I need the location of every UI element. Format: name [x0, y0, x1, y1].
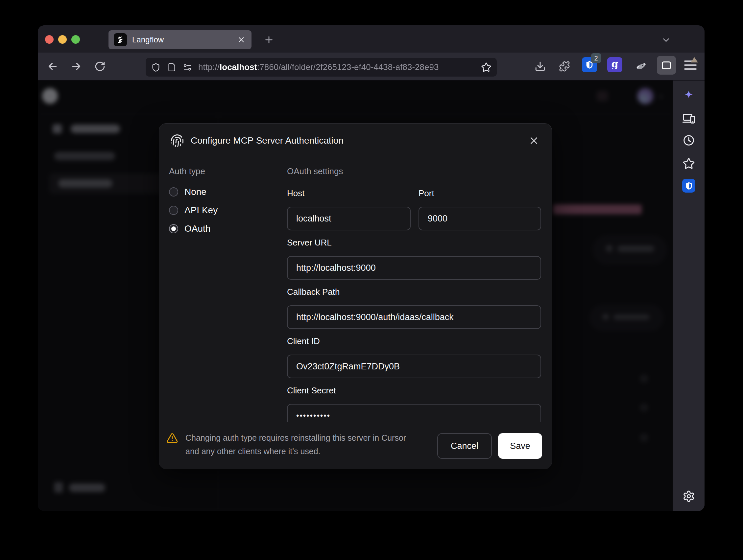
langflow-favicon-icon: [114, 33, 127, 46]
bookmark-star-icon[interactable]: [481, 62, 491, 73]
bitwarden-extension-icon[interactable]: 2: [582, 57, 597, 72]
oauth-settings-heading: OAuth settings: [287, 166, 343, 177]
fingerprint-icon: [170, 134, 184, 148]
privacy-badger-extension-icon[interactable]: [635, 60, 647, 72]
sidebar-toggle-icon: [662, 61, 671, 69]
window-close-button[interactable]: [45, 35, 54, 44]
url-host: localhost: [220, 62, 257, 72]
radio-circle-oauth[interactable]: [169, 224, 178, 233]
callback-path-input[interactable]: [287, 305, 541, 329]
url-path: :7860/all/folder/2f265123-ef40-4438-af83…: [257, 62, 439, 72]
window-minimize-button[interactable]: [58, 35, 67, 44]
port-input[interactable]: [419, 207, 541, 230]
warning-text: Changing auth type requires reinstalling…: [185, 431, 442, 458]
radio-option-oauth[interactable]: OAuth: [169, 222, 210, 235]
tab-title: Langflow: [132, 35, 231, 44]
synced-tabs-icon[interactable]: [682, 112, 695, 125]
extensions-puzzle-icon[interactable]: [559, 60, 570, 72]
radio-option-api-key[interactable]: API Key: [169, 204, 218, 217]
tab-langflow[interactable]: Langflow: [108, 30, 252, 49]
bookmarks-star-icon[interactable]: [682, 157, 695, 170]
url-scheme: http://: [198, 62, 220, 72]
client-id-input[interactable]: [287, 355, 541, 378]
url-bar[interactable]: http://localhost:7860/all/folder/2f26512…: [146, 58, 497, 77]
forward-icon[interactable]: [70, 60, 82, 72]
host-label: Host: [287, 188, 304, 198]
client-id-label: Client ID: [287, 336, 320, 346]
new-tab-button[interactable]: [264, 35, 274, 45]
warning-triangle-icon: [166, 432, 178, 444]
client-secret-label: Client Secret: [287, 385, 336, 396]
radio-option-none[interactable]: None: [169, 185, 207, 198]
radio-label-none: None: [184, 187, 207, 197]
bitwarden-badge: 2: [591, 53, 601, 63]
server-url-input[interactable]: [287, 256, 541, 280]
list-tabs-chevron-icon[interactable]: [661, 35, 671, 45]
tab-close-icon[interactable]: [236, 35, 246, 45]
auth-type-label: Auth type: [169, 166, 205, 177]
reload-icon[interactable]: [94, 60, 106, 72]
firefox-sidebar: [673, 81, 704, 511]
client-secret-input[interactable]: [287, 404, 541, 422]
warning-text-line1: Changing auth type requires reinstalling…: [185, 431, 442, 445]
downloads-icon[interactable]: [534, 60, 546, 72]
dialog-close-icon[interactable]: [527, 134, 540, 147]
configure-mcp-auth-dialog: Configure MCP Server Authentication Auth…: [159, 123, 552, 469]
radio-label-api-key: API Key: [184, 205, 218, 216]
cancel-button[interactable]: Cancel: [437, 433, 492, 459]
grammarly-extension-icon[interactable]: g: [607, 57, 622, 72]
server-url-label: Server URL: [287, 238, 332, 248]
radio-label-oauth: OAuth: [184, 224, 210, 234]
sidebar-toggle-button[interactable]: [657, 56, 676, 75]
column-divider: [276, 158, 276, 422]
warning-text-line2: and any other clients where it's used.: [185, 445, 442, 458]
save-button[interactable]: Save: [498, 433, 542, 459]
update-available-arrow-icon: [691, 57, 698, 62]
dialog-header: Configure MCP Server Authentication: [159, 124, 552, 158]
browser-window: Langflow: [38, 25, 704, 511]
ai-chatbot-sparkle-icon[interactable]: [682, 88, 695, 101]
window-zoom-button[interactable]: [71, 35, 80, 44]
radio-circle-none[interactable]: [169, 187, 178, 196]
permissions-toggles-icon[interactable]: [182, 62, 192, 72]
history-clock-icon[interactable]: [682, 134, 695, 147]
dialog-body: Auth type None API Key OAuth OAuth setti…: [159, 158, 552, 422]
app-menu-icon[interactable]: [683, 58, 698, 73]
radio-circle-api-key[interactable]: [169, 206, 178, 215]
tab-bar: Langflow: [38, 25, 704, 53]
navigation-toolbar: http://localhost:7860/all/folder/2f26512…: [38, 53, 704, 81]
host-input[interactable]: [287, 207, 410, 230]
back-icon[interactable]: [47, 60, 58, 72]
tracking-protection-shield-icon[interactable]: [151, 62, 161, 72]
port-label: Port: [419, 188, 434, 198]
settings-gear-icon[interactable]: [682, 490, 695, 503]
callback-path-label: Callback Path: [287, 287, 340, 297]
page-info-icon[interactable]: [167, 62, 177, 72]
url-text[interactable]: http://localhost:7860/all/folder/2f26512…: [198, 62, 475, 72]
grammarly-glyph: g: [611, 59, 618, 69]
dialog-title: Configure MCP Server Authentication: [191, 135, 521, 146]
dialog-footer: Changing auth type requires reinstalling…: [159, 422, 552, 469]
bitwarden-sidebar-icon[interactable]: [682, 179, 695, 192]
